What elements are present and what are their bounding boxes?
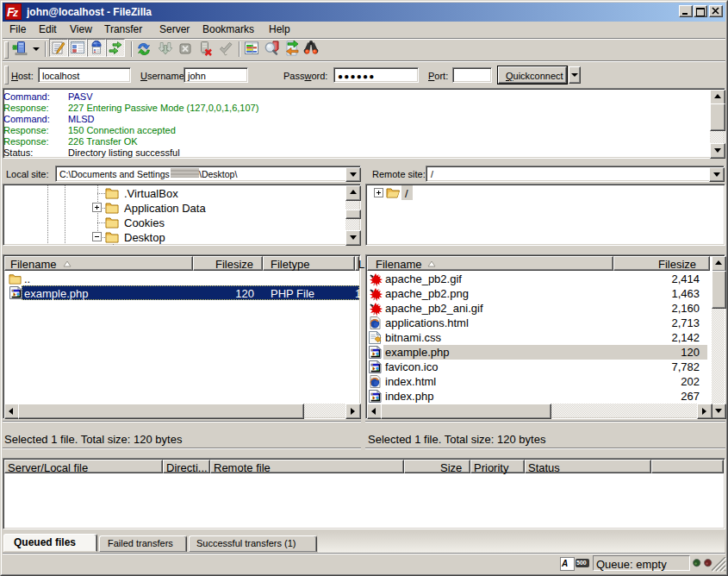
svg-text:z: z <box>12 7 18 19</box>
